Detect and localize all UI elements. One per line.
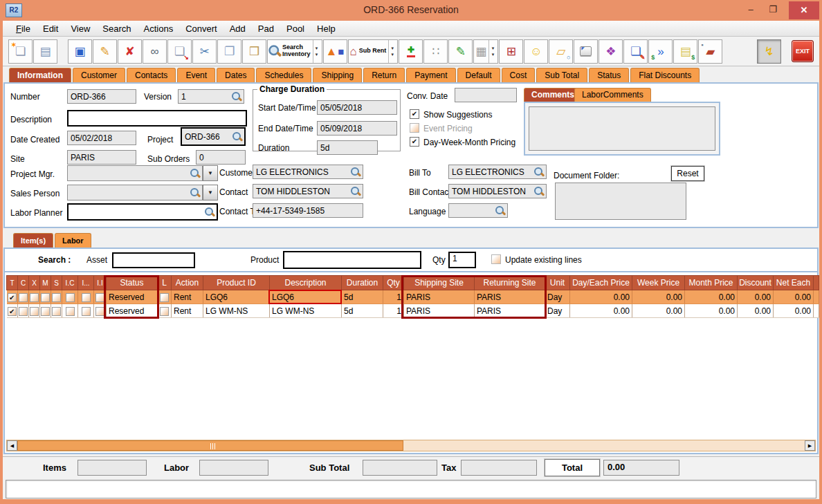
column-header-shipping-site[interactable]: Shipping Site <box>404 276 475 290</box>
smiley-face-button[interactable]: ☺ <box>524 39 548 64</box>
menu-add[interactable]: Add <box>223 21 252 36</box>
tab-default[interactable]: Default <box>457 68 500 82</box>
row-flag-cell[interactable] <box>62 290 78 304</box>
project-mgr-dropdown-icon[interactable]: ▼ <box>203 165 218 181</box>
sales-person-dropdown-icon[interactable]: ▼ <box>203 185 218 200</box>
week-price-cell[interactable]: 0.00 <box>632 290 685 304</box>
item-row[interactable]: ✔ReservedRentLGQ6LGQ65d1PARISPARISDay0.0… <box>7 290 819 304</box>
row-flag-cell[interactable] <box>40 304 51 318</box>
comments-tab[interactable]: Comments <box>524 88 582 102</box>
folder-history-button[interactable]: ▱○ <box>549 39 573 64</box>
labor-checkbox[interactable] <box>160 307 169 316</box>
shipping-site-cell[interactable]: PARIS <box>404 304 475 318</box>
row-flag-cell[interactable] <box>18 304 29 318</box>
scroll-right-icon[interactable]: ▶ <box>805 440 815 451</box>
sub-rent-dropdown-icon[interactable]: ▼▼ <box>388 40 396 63</box>
returning-site-cell[interactable]: PARIS <box>475 290 545 304</box>
column-header-i[interactable]: I... <box>78 276 94 290</box>
tab-shipping[interactable]: Shipping <box>313 68 362 82</box>
close-button[interactable]: ✕ <box>789 1 819 19</box>
tab-labor[interactable]: Labor <box>55 233 91 248</box>
row-flag-cell[interactable] <box>78 290 94 304</box>
flag-checkbox[interactable] <box>66 293 75 302</box>
column-header-action[interactable]: Action <box>172 276 203 290</box>
description-field[interactable] <box>67 110 247 127</box>
flag-checkbox[interactable] <box>41 293 50 302</box>
column-header-month-price[interactable]: Month Price <box>685 276 738 290</box>
labor-planner-field[interactable] <box>67 203 218 221</box>
search-inventory-dropdown-icon[interactable]: ▼▼ <box>313 40 320 63</box>
menu-convert[interactable]: Convert <box>179 21 223 36</box>
flag-checkbox[interactable] <box>95 293 104 302</box>
returning-site-cell[interactable]: PARIS <box>475 304 545 318</box>
edit-document-button[interactable]: ❏✎ <box>623 39 648 64</box>
menu-actions[interactable]: Actions <box>138 21 180 36</box>
tab-customer[interactable]: Customer <box>73 68 125 82</box>
tab-event[interactable]: Event <box>177 68 215 82</box>
column-header-unit[interactable]: Unit <box>545 276 570 290</box>
dwm-pricing-checkbox[interactable] <box>410 137 419 147</box>
column-header-description[interactable]: Description <box>270 276 342 290</box>
new-document-button[interactable]: ❏✶ <box>8 39 33 64</box>
comments-textarea[interactable] <box>529 106 715 151</box>
tab-return[interactable]: Return <box>363 68 405 82</box>
description-cell[interactable]: LGQ6 <box>270 290 342 304</box>
row-flag-cell[interactable] <box>51 304 62 318</box>
discount-cell[interactable]: 0.00 <box>738 304 774 318</box>
scroll-left-icon[interactable]: ◀ <box>7 440 17 451</box>
flag-checkbox[interactable] <box>82 293 91 302</box>
month-price-cell[interactable]: 0.00 <box>685 290 738 304</box>
discount-cell[interactable]: 0.00 <box>738 290 774 304</box>
column-header-week-price[interactable]: Week Price <box>632 276 685 290</box>
action-cell[interactable]: Rent <box>172 304 203 318</box>
flag-checkbox[interactable] <box>66 307 75 316</box>
project-field[interactable]: ORD-366 <box>181 127 246 146</box>
dollar-forward-button[interactable]: »$ <box>648 39 673 64</box>
tab-contacts[interactable]: Contacts <box>127 68 176 82</box>
copy-button[interactable]: ❐ <box>217 39 241 64</box>
product-id-cell[interactable]: LGQ6 <box>203 290 270 304</box>
transfer-checkbox[interactable]: ✔ <box>8 307 17 316</box>
tab-dates[interactable]: Dates <box>217 68 255 82</box>
column-header-day-each-price[interactable]: Day/Each Price <box>570 276 632 290</box>
column-header-s[interactable]: S <box>51 276 62 290</box>
column-header-m[interactable]: M <box>40 276 51 290</box>
column-header-discount[interactable]: Discount <box>738 276 774 290</box>
find-binoculars-button[interactable]: ∞ <box>143 39 167 64</box>
flag-checkbox[interactable] <box>30 293 39 302</box>
availability-check-button[interactable]: ∷ <box>423 39 448 64</box>
notes-pad-button[interactable]: ✎ <box>448 39 473 64</box>
add-remove-line-button[interactable]: ✚ <box>399 39 423 64</box>
colored-cubes-button[interactable]: ❖ <box>599 39 623 64</box>
row-flag-cell[interactable] <box>29 290 40 304</box>
row-flag-cell[interactable] <box>29 304 40 318</box>
row-flag-cell[interactable] <box>94 304 107 318</box>
column-header-duration[interactable]: Duration <box>342 276 383 290</box>
shortcut-key-button[interactable] <box>574 39 598 64</box>
qty-input[interactable]: 1 <box>448 252 476 268</box>
column-header-c[interactable]: C <box>18 276 29 290</box>
row-flag-cell[interactable] <box>78 304 94 318</box>
column-header-ic[interactable]: I.C <box>62 276 78 290</box>
row-flag-cell[interactable] <box>18 290 29 304</box>
menu-pad[interactable]: Pad <box>252 21 280 36</box>
tab-sub-total[interactable]: Sub Total <box>536 68 587 82</box>
unit-cell[interactable]: Day <box>545 290 570 304</box>
column-header-status[interactable]: Status <box>107 276 158 290</box>
menu-edit[interactable]: Edit <box>37 21 64 36</box>
tab-cost[interactable]: Cost <box>502 68 536 82</box>
search-inventory-button[interactable]: Search Inventory▼▼ <box>267 39 322 64</box>
version-lookup-icon[interactable] <box>231 91 242 102</box>
edit-pencil-button[interactable]: ✎ <box>93 39 117 64</box>
customer-lookup-icon[interactable] <box>350 167 361 178</box>
language-lookup-icon[interactable] <box>495 205 506 216</box>
menu-pool[interactable]: Pool <box>280 21 311 36</box>
day-each-price-cell[interactable]: 0.00 <box>570 304 632 318</box>
quick-lightning-button[interactable]: ↯ <box>757 39 781 64</box>
flag-checkbox[interactable] <box>19 293 28 302</box>
show-suggestions-checkbox[interactable] <box>410 109 419 119</box>
month-price-cell[interactable]: 0.00 <box>685 304 738 318</box>
description-cell[interactable]: LG WM-NS <box>270 304 342 318</box>
transfer-checkbox[interactable]: ✔ <box>8 293 17 302</box>
exit-button[interactable]: EXIT <box>792 40 814 62</box>
